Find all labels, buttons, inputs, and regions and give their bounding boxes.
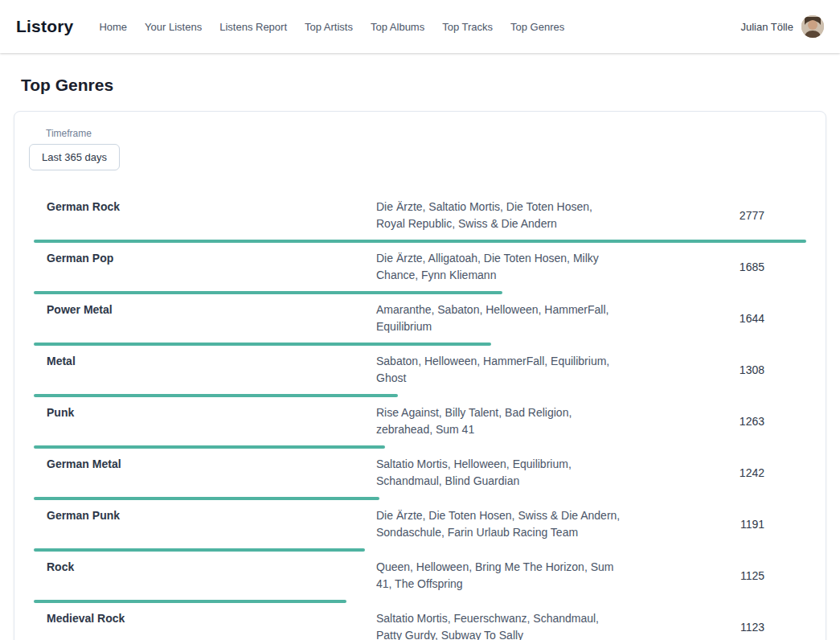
genre-top-artists: Queen, Helloween, Bring Me The Horizon, … bbox=[376, 559, 621, 593]
page-title: Top Genres bbox=[21, 76, 826, 95]
timeframe-select[interactable]: Last 365 days bbox=[29, 144, 120, 170]
genre-listen-count: 1191 bbox=[621, 518, 806, 531]
nav-item-top-genres[interactable]: Top Genres bbox=[510, 21, 564, 33]
genre-listen-count: 1263 bbox=[621, 415, 806, 428]
nav-item-top-albums[interactable]: Top Albums bbox=[371, 21, 424, 33]
genre-row-content: Rock Queen, Helloween, Bring Me The Hori… bbox=[34, 559, 806, 593]
genre-name: German Pop bbox=[34, 250, 376, 284]
genre-listen-count: 1308 bbox=[621, 363, 806, 376]
genre-top-artists: Die Ärzte, Die Toten Hosen, Swiss & Die … bbox=[376, 507, 621, 541]
page-main: Top Genres Timeframe Last 365 days Germa… bbox=[0, 76, 840, 640]
genre-name: Metal bbox=[34, 353, 376, 387]
genre-row-content: Metal Sabaton, Helloween, HammerFall, Eq… bbox=[34, 353, 806, 387]
genre-name: Punk bbox=[34, 404, 376, 438]
user-name: Julian Tölle bbox=[740, 21, 793, 33]
genre-listen-count: 1685 bbox=[621, 261, 806, 273]
genre-name: Medieval Rock bbox=[34, 610, 376, 640]
genre-row: Power Metal Amaranthe, Sabaton, Hellowee… bbox=[34, 294, 806, 346]
genre-listen-count: 2777 bbox=[621, 209, 806, 222]
genre-row: Metal Sabaton, Helloween, HammerFall, Eq… bbox=[34, 346, 806, 397]
genre-row-content: German Punk Die Ärzte, Die Toten Hosen, … bbox=[34, 507, 806, 541]
genre-top-artists: Die Ärzte, Alligatoah, Die Toten Hosen, … bbox=[376, 250, 621, 284]
genre-top-artists: Die Ärzte, Saltatio Mortis, Die Toten Ho… bbox=[376, 199, 621, 232]
genre-top-artists: Saltatio Mortis, Feuerschwanz, Schandmau… bbox=[376, 610, 621, 640]
genre-row: German Rock Die Ärzte, Saltatio Mortis, … bbox=[34, 191, 806, 243]
genre-row: German Pop Die Ärzte, Alligatoah, Die To… bbox=[34, 243, 806, 294]
genre-top-artists: Rise Against, Billy Talent, Bad Religion… bbox=[376, 404, 621, 438]
nav-item-home[interactable]: Home bbox=[99, 21, 127, 33]
genre-top-artists: Amaranthe, Sabaton, Helloween, HammerFal… bbox=[376, 302, 621, 335]
genre-row-content: German Metal Saltatio Mortis, Helloween,… bbox=[34, 456, 806, 490]
genre-listen-count: 1242 bbox=[621, 466, 806, 479]
nav-item-listens-report[interactable]: Listens Report bbox=[219, 21, 287, 33]
genre-row-content: Punk Rise Against, Billy Talent, Bad Rel… bbox=[34, 404, 806, 438]
nav-item-top-tracks[interactable]: Top Tracks bbox=[442, 21, 493, 33]
top-navigation-bar: Listory Home Your Listens Listens Report… bbox=[0, 0, 840, 53]
genre-name: German Punk bbox=[34, 507, 376, 541]
user-avatar-image bbox=[801, 15, 824, 38]
genre-listen-count: 1644 bbox=[621, 312, 806, 325]
genre-row: Punk Rise Against, Billy Talent, Bad Rel… bbox=[34, 397, 806, 449]
nav-item-your-listens[interactable]: Your Listens bbox=[145, 21, 202, 33]
timeframe-label: Timeframe bbox=[46, 128, 806, 139]
genre-row: Rock Queen, Helloween, Bring Me The Hori… bbox=[34, 552, 806, 603]
user-avatar[interactable] bbox=[801, 15, 824, 38]
genre-name: German Rock bbox=[34, 199, 376, 232]
genre-row: German Punk Die Ärzte, Die Toten Hosen, … bbox=[34, 500, 806, 552]
genre-row: German Metal Saltatio Mortis, Helloween,… bbox=[34, 449, 806, 500]
genre-row: Medieval Rock Saltatio Mortis, Feuerschw… bbox=[34, 603, 806, 640]
user-menu: Julian Tölle bbox=[740, 15, 824, 38]
brand-logo[interactable]: Listory bbox=[16, 17, 73, 36]
genre-listen-count: 1125 bbox=[621, 569, 806, 582]
genre-name: German Metal bbox=[34, 456, 376, 490]
top-genres-card: Timeframe Last 365 days German Rock Die … bbox=[14, 111, 826, 640]
genre-row-content: German Rock Die Ärzte, Saltatio Mortis, … bbox=[34, 199, 806, 232]
genres-table: German Rock Die Ärzte, Saltatio Mortis, … bbox=[34, 191, 806, 640]
genre-top-artists: Saltatio Mortis, Helloween, Equilibrium,… bbox=[376, 456, 621, 490]
main-nav: Home Your Listens Listens Report Top Art… bbox=[99, 21, 740, 33]
genre-name: Power Metal bbox=[34, 302, 376, 335]
genre-row-content: Medieval Rock Saltatio Mortis, Feuerschw… bbox=[34, 610, 806, 640]
genre-row-content: Power Metal Amaranthe, Sabaton, Hellowee… bbox=[34, 302, 806, 335]
genre-top-artists: Sabaton, Helloween, HammerFall, Equilibr… bbox=[376, 353, 621, 387]
genre-name: Rock bbox=[34, 559, 376, 593]
genre-listen-count: 1123 bbox=[621, 621, 806, 634]
nav-item-top-artists[interactable]: Top Artists bbox=[305, 21, 353, 33]
genre-row-content: German Pop Die Ärzte, Alligatoah, Die To… bbox=[34, 250, 806, 284]
